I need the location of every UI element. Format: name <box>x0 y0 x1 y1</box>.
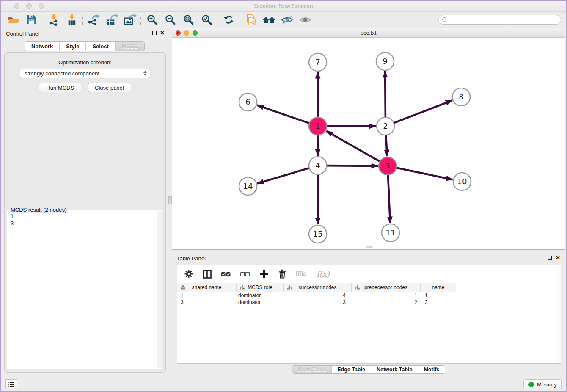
table-cell[interactable]: 3 <box>177 299 237 306</box>
eye-slash-icon[interactable] <box>278 13 296 27</box>
node-label: 6 <box>245 97 250 106</box>
column-header-name[interactable]: name <box>421 283 456 292</box>
export-image-icon[interactable] <box>121 13 139 27</box>
window-title: Session: New Session <box>1 3 566 9</box>
import-table-icon[interactable] <box>63 13 81 27</box>
graph-node-14[interactable]: 14 <box>239 177 257 195</box>
zoom-selected-icon[interactable] <box>198 13 216 27</box>
table-cell[interactable]: 1 <box>421 292 456 299</box>
node-label: 3 <box>385 161 390 170</box>
open-folder-icon[interactable] <box>4 13 22 27</box>
memory-button[interactable]: Memory <box>523 379 562 389</box>
edge-3-10[interactable] <box>395 168 453 180</box>
toolbar-separator <box>239 14 240 26</box>
window-resize-handle[interactable] <box>366 246 372 248</box>
optimization-criterion-select[interactable]: strongly connected component <box>20 69 150 78</box>
column-header-successor-nodes[interactable]: successor nodes <box>284 283 352 292</box>
close-panel-icon[interactable]: ✕ <box>160 30 165 36</box>
delete-table-icon <box>296 271 307 277</box>
tab-edge-table[interactable]: Edge Table <box>332 366 371 373</box>
trash-icon[interactable] <box>278 269 286 279</box>
graph-node-10[interactable]: 10 <box>453 173 471 190</box>
table-cell[interactable]: 3 <box>421 299 456 306</box>
table-cell[interactable]: 3 <box>284 299 352 306</box>
network-graph: 7968124314101511 <box>172 38 564 248</box>
edge-2-8[interactable] <box>393 100 452 123</box>
export-table-icon[interactable] <box>103 13 121 27</box>
table-body: 1dominator4113dominator323 <box>177 292 561 306</box>
close-panel-icon[interactable]: ✕ <box>556 254 560 261</box>
select-all-checked-icon[interactable] <box>221 272 231 276</box>
table-scrollbar[interactable] <box>556 265 561 363</box>
tab-mcds[interactable]: MCDS <box>116 42 144 51</box>
graph-node-11[interactable]: 11 <box>382 224 399 242</box>
zoom-in-icon[interactable] <box>143 13 161 27</box>
eye-icon[interactable] <box>296 13 314 27</box>
tab-network-table[interactable]: Network Table <box>371 366 418 373</box>
graph-node-1[interactable]: 1 <box>309 117 327 135</box>
graph-node-6[interactable]: 6 <box>239 93 257 111</box>
table-cell[interactable]: 1 <box>177 292 237 299</box>
table-row[interactable]: 1dominator411 <box>177 292 561 299</box>
table-tab-bar: Node TableEdge TableNetwork TableMotifs <box>292 365 446 374</box>
tab-select[interactable]: Select <box>86 42 115 51</box>
graph-node-3[interactable]: 3 <box>379 157 396 175</box>
table-cell[interactable]: 1 <box>352 292 421 299</box>
edge-2-9[interactable] <box>385 71 385 119</box>
task-history-button[interactable] <box>5 379 17 389</box>
houses-icon[interactable] <box>260 13 278 27</box>
edge-4-14[interactable] <box>257 168 311 183</box>
edge-2-3[interactable] <box>386 134 387 156</box>
table-row[interactable]: 3dominator323 <box>177 299 561 306</box>
edge-3-1[interactable] <box>326 131 381 162</box>
tab-style[interactable]: Style <box>60 42 86 51</box>
node-label: 2 <box>383 121 388 130</box>
graph-node-9[interactable]: 9 <box>376 52 394 70</box>
column-header-MCDS-role[interactable]: MCDS role <box>237 283 284 292</box>
zoom-fit-icon[interactable] <box>179 13 198 27</box>
float-panel-icon[interactable] <box>548 256 552 260</box>
tab-network[interactable]: Network <box>25 42 60 51</box>
mcds-result-list[interactable]: 13 <box>7 210 162 229</box>
settings-gear-icon[interactable] <box>184 270 193 278</box>
table-toolbar: f(x) <box>177 265 561 283</box>
table-header-row: shared nameMCDS rolesuccessor nodesprede… <box>177 283 456 292</box>
node-label: 9 <box>383 57 387 66</box>
float-panel-icon[interactable] <box>152 31 157 35</box>
graph-node-7[interactable]: 7 <box>309 53 327 71</box>
result-scrollbar[interactable] <box>157 211 162 368</box>
column-header-predecessor-nodes[interactable]: predecessor nodes <box>352 283 421 292</box>
splitter-handle[interactable] <box>168 196 172 204</box>
graph-node-8[interactable]: 8 <box>452 88 470 106</box>
column-header-shared-name[interactable]: shared name <box>177 283 237 292</box>
graph-node-4[interactable]: 4 <box>309 157 327 174</box>
refresh-icon[interactable] <box>220 13 238 27</box>
mcds-result-label: MCDS result (2 nodes) <box>9 207 68 213</box>
deselect-all-icon[interactable] <box>240 272 250 276</box>
share-document-icon[interactable] <box>242 13 260 27</box>
table-cell[interactable]: dominator <box>237 299 284 306</box>
table-cell[interactable]: 2 <box>352 299 421 306</box>
edge-3-11[interactable] <box>388 174 390 223</box>
columns-icon[interactable] <box>203 270 212 279</box>
graph-node-2[interactable]: 2 <box>377 117 394 135</box>
close-panel-button[interactable]: Close panel <box>88 83 131 92</box>
run-mcds-button[interactable]: Run MCDS <box>39 83 81 92</box>
search-input[interactable] <box>438 15 561 25</box>
save-icon[interactable] <box>22 13 41 27</box>
toolbar-separator <box>217 14 218 26</box>
add-plus-icon[interactable] <box>259 270 268 279</box>
zoom-out-icon[interactable] <box>161 13 179 27</box>
node-label: 1 <box>315 121 320 130</box>
export-network-icon[interactable] <box>85 13 103 27</box>
panel-splitter[interactable] <box>168 28 172 377</box>
tab-motifs[interactable]: Motifs <box>418 366 445 373</box>
edge-4-3[interactable] <box>325 166 378 166</box>
graph-node-15[interactable]: 15 <box>309 225 327 243</box>
import-network-icon[interactable] <box>44 13 63 27</box>
tab-node-table[interactable]: Node Table <box>292 366 332 373</box>
network-canvas[interactable]: 7968124314101511 <box>172 38 565 249</box>
edge-1-6[interactable] <box>257 105 311 124</box>
table-cell[interactable]: dominator <box>237 292 284 299</box>
table-cell[interactable]: 4 <box>284 292 352 299</box>
